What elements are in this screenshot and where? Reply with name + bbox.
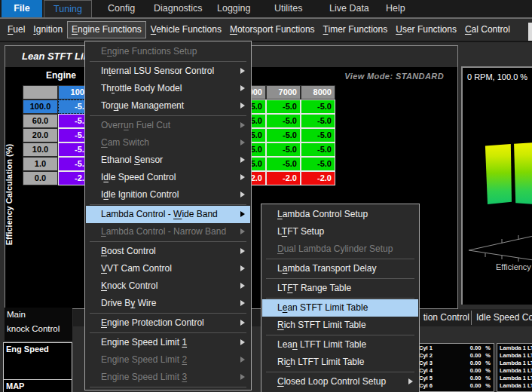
menubar-item-config[interactable]: Config [103, 0, 139, 17]
menu-item-engine-speed-limit-2[interactable]: Engine Speed Limit 2 [85, 351, 251, 369]
label-text: ngine Functions [78, 24, 142, 35]
dock-tab-idle-speed-control[interactable]: Idle Speed Co [476, 309, 532, 326]
submenu-item-dual-lambda-cylinder-setup[interactable]: Dual Lambda Cylinder Setup [261, 240, 419, 258]
workbook-tab-knock-control[interactable]: knock Control [5, 322, 72, 336]
cyl-trim-row: Cyl 30.00% [417, 359, 494, 366]
menu-item-overrun-fuel-cut[interactable]: Overrun Fuel Cut [85, 117, 251, 134]
submenu-arrow-icon [240, 320, 245, 326]
lambda-ltft-list: Lambda 1 LTFLambda 1 LTFLambda 1 LTFLamb… [497, 343, 532, 392]
submenu-item-lambda-control-setup[interactable]: Lambda Control Setup [261, 206, 419, 223]
cyl-unit: % [485, 375, 491, 381]
label-text: nock Control [107, 280, 157, 291]
table-cell[interactable]: -5.0 [266, 100, 301, 114]
submenu-arrow-icon [240, 265, 245, 271]
column-header-7000[interactable]: 7000 [266, 85, 301, 100]
label-text: Tor [101, 100, 114, 111]
row-header-1-0[interactable]: 1.0 [23, 157, 58, 171]
workbook-tab-main[interactable]: Main [5, 308, 72, 322]
row-header-10-0[interactable]: 10.0 [23, 142, 58, 157]
submenu-item-lean-stft-limit-table[interactable]: Lean STFT Limit Table [262, 299, 418, 317]
graph-efficiency-axis-label: Efficiency [496, 262, 531, 271]
ribbon-item-timer-functions[interactable]: Timer Functions [320, 22, 392, 38]
menu-item-engine-functions-setup[interactable]: Engine Functions Setup [85, 43, 251, 60]
menu-item-lambda-control-narrow-band[interactable]: Lambda Control - Narrow Band [85, 223, 251, 240]
ribbon-item-user-functions[interactable]: User Functions [392, 22, 460, 38]
menu-item-cam-switch[interactable]: Cam Switch [85, 134, 251, 152]
menubar-item-help[interactable]: Help [381, 0, 410, 17]
menu-item-knock-control[interactable]: Knock Control [85, 277, 251, 295]
submenu-item-rich-stft-limit-table[interactable]: Rich STFT Limit Table [261, 317, 419, 334]
submenu-item-lean-ltft-limit-table[interactable]: Lean LTFT Limit Table [261, 336, 419, 354]
submenu-arrow-icon [408, 378, 413, 384]
menu-separator [266, 278, 414, 279]
engine-functions-menu: Engine Functions SetupInternal LSU Senso… [84, 41, 252, 390]
cyl-trim-row: Cyl 50.00% [417, 374, 494, 381]
label-text: oost Control [107, 246, 156, 256]
table-cell[interactable]: -5.0 [266, 142, 301, 157]
submenu-arrow-icon [240, 339, 245, 345]
ribbon-overflow-button[interactable] [528, 23, 532, 41]
menu-item-vvt-cam-control[interactable]: VVT Cam Control [85, 260, 251, 277]
ribbon-item-fuel[interactable]: Fuel [4, 22, 29, 38]
ribbon-item-motorsport-functions[interactable]: Motorsport Functions [226, 22, 319, 38]
label-text: M [230, 24, 237, 35]
menubar-item-utilites[interactable]: Utilites [270, 0, 307, 17]
cyl-unit: % [485, 352, 491, 359]
column-header-8000[interactable]: 8000 [301, 85, 335, 100]
row-header-60-0[interactable]: 60.0 [23, 114, 58, 128]
menubar-item-diagnostics[interactable]: Diagnostics [149, 0, 207, 17]
menu-item-torque-management[interactable]: Torque Management [85, 97, 251, 115]
menubar-item-file[interactable]: File [2, 0, 42, 17]
menu-item-ethanol-sensor[interactable]: Ethanol Sensor [85, 152, 251, 169]
table-cell[interactable]: -5.0 [301, 100, 335, 114]
label-text: h LTFT Limit Table [290, 357, 364, 367]
submenu-item-ltft-range-table[interactable]: LTFT Range Table [261, 280, 419, 297]
label-text: L [277, 302, 283, 313]
table-cell[interactable]: -5.0 [301, 157, 335, 171]
ribbon-item-vehicle-functions[interactable]: Vehicle Functions [147, 22, 225, 38]
table-corner-cell [23, 85, 58, 100]
table-cell[interactable]: -5.0 [301, 142, 335, 157]
submenu-arrow-icon [240, 228, 245, 234]
app-window: Lean STFT Limit Table View Mode: STANDAR… [0, 0, 532, 392]
menubar-item-live-data[interactable]: Live Data [325, 0, 374, 17]
label-text: D [277, 243, 284, 254]
submenu-item-ltft-setup[interactable]: LTFT Setup [261, 223, 419, 240]
row-header-20-0[interactable]: 20.0 [23, 128, 58, 142]
label-text: C [101, 137, 108, 148]
menu-separator [266, 298, 414, 299]
submenu-item-lambda-transport-delay[interactable]: Lambda Transport Delay [261, 260, 419, 277]
menu-item-engine-protection-control[interactable]: Engine Protection Control [85, 314, 251, 332]
table-cell[interactable]: -5.0 [301, 128, 335, 142]
submenu-item-closed-loop-control-setup[interactable]: Closed Loop Control Setup [261, 373, 419, 390]
table-cell[interactable]: -2.0 [301, 171, 335, 185]
menubar-item-tuning[interactable]: Tuning [44, 0, 92, 17]
submenu-arrow-icon [240, 157, 245, 163]
lambda-label: Lambda 1 LTF [500, 352, 532, 359]
menu-item-internal-lsu-sensor-control[interactable]: Internal LSU Sensor Control [85, 63, 251, 80]
menu-item-engine-speed-limit-1[interactable]: Engine Speed Limit 1 [85, 334, 251, 351]
ribbon-item-engine-functions[interactable]: Engine Functions [67, 21, 146, 38]
table-cell[interactable]: -5.0 [266, 114, 301, 128]
menu-item-lambda-control-wide-band[interactable]: Lambda Control - Wide Band [86, 206, 250, 223]
cyl-value: 0.00 [470, 345, 482, 351]
dock-tab-separator [471, 311, 472, 325]
menubar-item-logging[interactable]: Logging [212, 0, 255, 17]
menu-item-drive-by-wire[interactable]: Drive By Wire [85, 295, 251, 312]
ribbon-item-cal-control[interactable]: Cal Control [461, 22, 514, 38]
row-header-0-0[interactable]: 0.0 [23, 171, 58, 185]
table-cell[interactable]: -5.0 [266, 128, 301, 142]
ribbon-item-ignition[interactable]: Ignition [29, 22, 66, 38]
lambda-label: Lambda 1 LTF [500, 345, 532, 351]
submenu-arrow-icon [240, 122, 245, 128]
menu-item-boost-control[interactable]: Boost Control [85, 243, 251, 260]
submenu-item-rich-ltft-limit-table[interactable]: Rich LTFT Limit Table [261, 354, 419, 371]
menu-item-idle-ignition-control[interactable]: Idle Ignition Control [85, 186, 251, 204]
menu-item-idle-speed-control[interactable]: Idle Speed Control [85, 169, 251, 186]
table-cell[interactable]: -5.0 [266, 157, 301, 171]
menu-item-engine-speed-limit-3[interactable]: Engine Speed Limit 3 [85, 369, 251, 386]
menu-item-throttle-body-model[interactable]: Throttle Body Model [85, 80, 251, 97]
row-header-100-0[interactable]: 100.0 [23, 100, 58, 114]
table-cell[interactable]: -5.0 [301, 114, 335, 128]
table-cell[interactable]: -2.0 [266, 171, 301, 185]
